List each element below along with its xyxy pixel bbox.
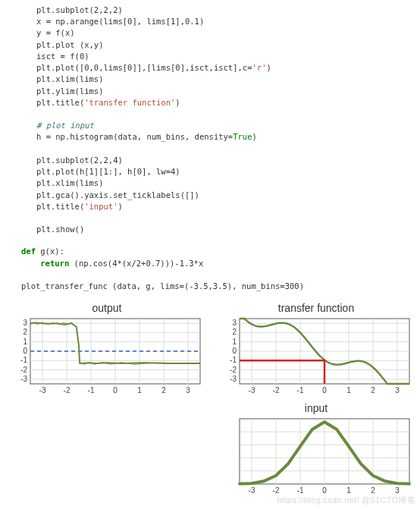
svg-text:3: 3 bbox=[395, 486, 400, 495]
svg-text:-2: -2 bbox=[230, 366, 237, 374]
svg-text:0: 0 bbox=[113, 386, 118, 394]
chart-title-output: output bbox=[9, 302, 205, 314]
svg-text:2: 2 bbox=[232, 328, 237, 336]
svg-text:-2: -2 bbox=[64, 386, 71, 394]
plot-grid: output -3-2-10123-3-2-10123 transfer fun… bbox=[0, 302, 420, 509]
chart-input: -3-2-10123 bbox=[218, 416, 414, 498]
svg-text:0: 0 bbox=[23, 347, 27, 355]
svg-text:1: 1 bbox=[137, 386, 142, 394]
svg-text:1: 1 bbox=[232, 338, 237, 346]
svg-text:-3: -3 bbox=[249, 386, 255, 394]
svg-text:3: 3 bbox=[395, 386, 400, 394]
svg-text:-2: -2 bbox=[273, 486, 280, 495]
svg-text:-1: -1 bbox=[297, 386, 304, 394]
svg-text:0: 0 bbox=[322, 386, 327, 394]
code-block-upper: plt.subplot(2,2,2) x = np.arange(lims[0]… bbox=[36, 5, 412, 235]
svg-text:-3: -3 bbox=[20, 375, 27, 383]
code-block-lower: def g(x): return (np.cos(4*(x/2+0.7)))-1… bbox=[21, 246, 412, 292]
svg-text:2: 2 bbox=[161, 386, 166, 394]
svg-text:1: 1 bbox=[346, 486, 351, 495]
svg-text:-2: -2 bbox=[273, 386, 280, 394]
svg-text:-1: -1 bbox=[20, 356, 27, 364]
chart-title-transfer: transfer function bbox=[218, 302, 414, 314]
svg-text:2: 2 bbox=[371, 386, 375, 394]
svg-text:1: 1 bbox=[23, 338, 27, 346]
svg-text:-1: -1 bbox=[297, 486, 304, 495]
svg-text:-2: -2 bbox=[20, 366, 27, 374]
chart-title-input: input bbox=[218, 402, 414, 414]
svg-text:-3: -3 bbox=[39, 386, 46, 394]
svg-text:3: 3 bbox=[23, 319, 27, 327]
svg-text:1: 1 bbox=[346, 386, 351, 394]
svg-text:2: 2 bbox=[23, 328, 27, 336]
svg-text:3: 3 bbox=[186, 386, 190, 394]
chart-output: -3-2-10123-3-2-10123 bbox=[9, 316, 205, 397]
svg-text:-3: -3 bbox=[230, 375, 237, 383]
svg-text:-1: -1 bbox=[88, 386, 95, 394]
svg-text:2: 2 bbox=[371, 486, 375, 495]
svg-text:0: 0 bbox=[232, 347, 237, 355]
svg-text:3: 3 bbox=[232, 319, 237, 327]
svg-text:-1: -1 bbox=[230, 356, 237, 364]
svg-text:-3: -3 bbox=[249, 486, 255, 495]
chart-transfer-function: -3-2-10123-3-2-10123 bbox=[218, 316, 414, 397]
svg-text:0: 0 bbox=[322, 486, 327, 495]
